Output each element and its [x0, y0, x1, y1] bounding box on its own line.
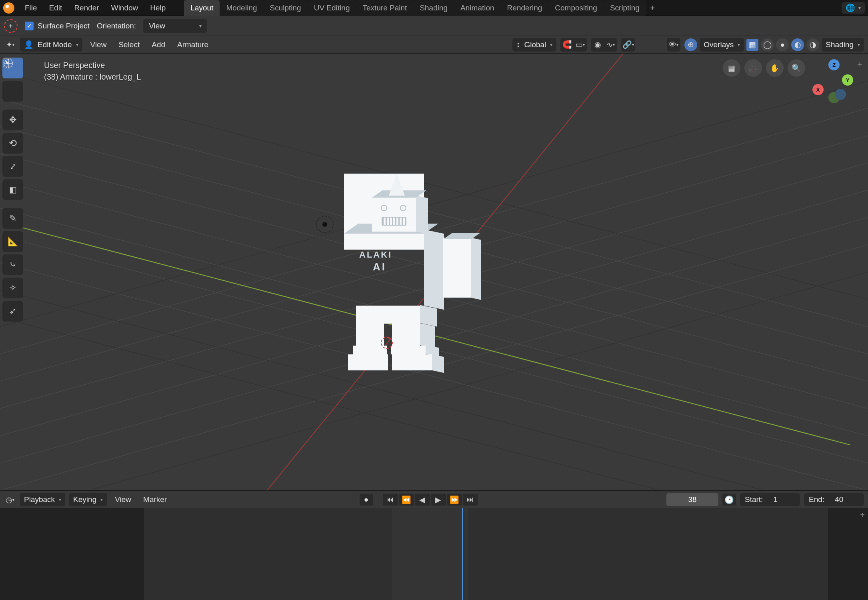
add-workspace-button[interactable]: +: [646, 0, 659, 16]
start-label: Start:: [745, 495, 763, 504]
mode-dropdown[interactable]: 👤 Edit Mode ▾: [20, 38, 82, 52]
chevron-down-icon: ▾: [76, 42, 78, 48]
snap-group: 🧲 ▭▾: [560, 38, 587, 52]
timeline-marker-menu[interactable]: Marker: [139, 493, 171, 506]
menu-help[interactable]: Help: [144, 2, 171, 14]
cursor-tool-icon: [4, 19, 18, 33]
surface-project-checkbox[interactable]: ✓: [25, 22, 34, 30]
jump-end-button[interactable]: ⏭: [463, 494, 478, 506]
snap-target-dropdown[interactable]: ▭▾: [574, 39, 586, 51]
axis-z[interactable]: Z: [828, 59, 840, 70]
add-menu[interactable]: Add: [148, 38, 169, 52]
menu-edit[interactable]: Edit: [44, 2, 68, 14]
keyframe-next-button[interactable]: ⏩: [447, 494, 462, 506]
selectability-dropdown[interactable]: 👁▾: [668, 39, 680, 51]
timeline-view-menu[interactable]: View: [111, 493, 135, 506]
axis-y[interactable]: Y: [842, 74, 853, 86]
keyframe-prev-button[interactable]: ⏪: [399, 494, 414, 506]
mode-label: Edit Mode: [38, 40, 72, 49]
pivot-group: 🔗▾: [621, 38, 635, 52]
light-object[interactable]: [316, 216, 334, 233]
auto-keying-toggle[interactable]: ●: [360, 494, 373, 506]
playhead[interactable]: [462, 508, 463, 600]
proportional-falloff[interactable]: ∿▾: [604, 39, 616, 51]
armature-menu[interactable]: Armature: [173, 38, 212, 52]
viewport-3d[interactable]: ALAKI AI ＋ User Persp: [0, 54, 868, 490]
blender-logo-icon[interactable]: [3, 2, 14, 14]
xray-toggle[interactable]: ▦: [746, 39, 758, 51]
clock-icon[interactable]: 🕑: [722, 494, 736, 506]
play-reverse-button[interactable]: ◀: [415, 494, 430, 506]
hud-object-info: (38) Armature : lowerLeg_L: [44, 72, 141, 82]
proportional-toggle[interactable]: ◉: [592, 39, 604, 51]
viewport-header: ✦▾ 👤 Edit Mode ▾ View Select Add Armatur…: [0, 36, 868, 54]
surface-project-label: Surface Project: [38, 22, 90, 30]
tab-shading[interactable]: Shading: [413, 0, 454, 16]
hud-perspective: User Perspective: [44, 61, 141, 70]
editor-type-button[interactable]: ✦▾: [4, 39, 16, 51]
menu-file[interactable]: File: [19, 2, 43, 14]
view-menu[interactable]: View: [86, 38, 111, 52]
camera-icon[interactable]: 🎥: [744, 59, 762, 77]
jump-start-button[interactable]: ⏮: [383, 494, 398, 506]
timeline-header: ◷▾ Playback ▾ Keying ▾ View Marker ● ⏮ ⏪…: [0, 490, 868, 508]
tool-select-box[interactable]: [2, 81, 23, 102]
snap-toggle[interactable]: 🧲: [561, 39, 573, 51]
menu-render[interactable]: Render: [68, 2, 104, 14]
orientation-label: Orientation:: [97, 22, 136, 30]
select-menu[interactable]: Select: [114, 38, 144, 52]
playback-dropdown[interactable]: Playback ▾: [20, 493, 65, 506]
pivot-dropdown[interactable]: 🔗▾: [622, 39, 634, 51]
menu-window[interactable]: Window: [106, 2, 144, 14]
overlays-dropdown[interactable]: Overlays ▾: [700, 38, 744, 52]
shading-dropdown[interactable]: Shading ▾: [822, 38, 864, 52]
timeline-track[interactable]: +: [0, 508, 868, 600]
tool-shelf: ✥ ⟲ ⤢ ◧ ✎ 📐 ⤷ ✧ ➶: [2, 58, 23, 322]
axis-minus-z[interactable]: [835, 89, 846, 100]
tab-compositing[interactable]: Compositing: [548, 0, 604, 16]
play-button[interactable]: ▶: [431, 494, 446, 506]
end-value: 40: [835, 495, 843, 504]
scene-icon: 🌐: [846, 3, 855, 12]
tab-layout[interactable]: Layout: [184, 0, 220, 16]
shading-label: Shading: [826, 40, 854, 49]
zoom-button[interactable]: 🔍: [788, 59, 805, 77]
svg-rect-0: [0, 54, 868, 490]
chevron-down-icon: ▾: [100, 497, 103, 502]
tab-texture-paint[interactable]: Texture Paint: [356, 0, 413, 16]
tab-scripting[interactable]: Scripting: [604, 0, 646, 16]
orientation-dropdown[interactable]: View ▾: [143, 19, 207, 33]
grid-background: [0, 54, 868, 490]
axis-gizmo[interactable]: Z Y X: [809, 59, 853, 103]
tab-modeling[interactable]: Modeling: [220, 0, 263, 16]
orientation-value: Global: [524, 40, 546, 49]
tab-sculpting[interactable]: Sculpting: [264, 0, 308, 16]
viewport-nav-gizmos: ▦ 🎥 ✋ 🔍 Z Y X +: [723, 59, 862, 103]
end-frame-field[interactable]: End: 40: [804, 493, 864, 506]
frame-range-zone: [144, 508, 828, 600]
timeline-add-button[interactable]: +: [860, 510, 865, 520]
end-label: End:: [809, 495, 824, 504]
transform-orientation-dropdown[interactable]: ↕ Global ▾: [512, 38, 556, 52]
shading-rendered[interactable]: ◑: [806, 38, 819, 51]
shading-material[interactable]: ◐: [791, 38, 804, 51]
orientation-value: View: [149, 22, 165, 30]
tab-rendering[interactable]: Rendering: [501, 0, 549, 16]
shading-solid[interactable]: ●: [776, 38, 789, 51]
gizmo-toggle[interactable]: ⊕: [684, 38, 697, 51]
keying-dropdown[interactable]: Keying ▾: [69, 493, 107, 506]
tab-animation[interactable]: Animation: [454, 0, 501, 16]
current-frame-field[interactable]: 38: [666, 493, 718, 506]
axis-x[interactable]: X: [812, 84, 824, 95]
expand-n-panel[interactable]: +: [857, 59, 862, 70]
scene-dropdown[interactable]: 🌐▾: [842, 2, 865, 14]
pan-button[interactable]: ✋: [766, 59, 784, 77]
tab-uv-editing[interactable]: UV Editing: [308, 0, 356, 16]
start-frame-field[interactable]: Start: 1: [740, 493, 800, 506]
camera-view-button[interactable]: ▦: [723, 59, 740, 77]
tool-options-bar: ✓ Surface Project Orientation: View ▾: [0, 16, 868, 36]
shading-wireframe[interactable]: ◯: [761, 38, 774, 51]
chevron-down-icon: ▾: [738, 42, 740, 48]
timeline-editor-type[interactable]: ◷▾: [4, 494, 16, 506]
overlays-label: Overlays: [704, 40, 734, 49]
